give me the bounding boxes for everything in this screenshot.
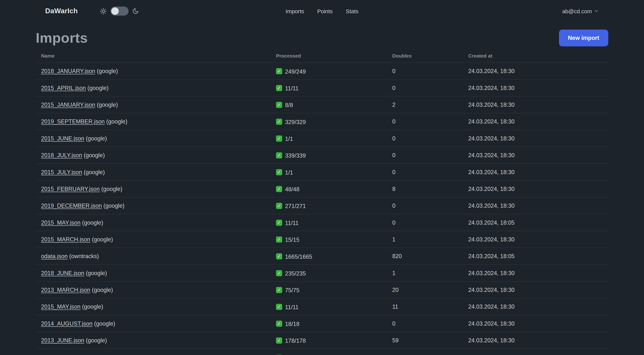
doubles-count: 59	[392, 337, 398, 344]
page-title: Imports	[36, 29, 88, 47]
table-row: 2019_DECEMBER.json (google) ✓ 271/271 0 …	[36, 197, 608, 214]
created-at-value: 24.03.2024, 18:30	[468, 68, 515, 74]
created-at-value: 24.03.2024, 18:30	[468, 303, 515, 310]
cell-processed: ✓ 1/1	[271, 164, 387, 180]
main-nav: Imports Points Stats	[286, 0, 358, 22]
import-source-label: (google)	[92, 236, 113, 243]
cell-processed: ✓ 249/249	[271, 63, 387, 79]
import-file-link[interactable]: 2015_APRIL.json	[41, 84, 86, 91]
moon-icon	[132, 8, 139, 14]
cell-name: 2018_JUNE.json (google)	[36, 265, 271, 282]
processed-count: 1/1	[285, 169, 293, 176]
import-file-link[interactable]: 2015_MAY.json	[41, 303, 80, 310]
import-source-label: (google)	[86, 337, 107, 344]
check-icon: ✓	[276, 237, 282, 243]
cell-name: 2018_JULY.json (google)	[36, 147, 271, 164]
processed-count: 48/48	[285, 186, 300, 192]
import-file-link[interactable]: 2019_SEPTEMBER.json	[41, 118, 104, 125]
check-icon: ✓	[276, 169, 282, 175]
nav-item-points[interactable]: Points	[317, 8, 332, 14]
new-import-button[interactable]: New import	[559, 29, 608, 46]
nav-item-imports[interactable]: Imports	[286, 8, 304, 14]
table-row: odata.json (owntracks) ✓ 1665/1665 820 2…	[36, 248, 608, 265]
doubles-count: 20	[392, 287, 398, 293]
cell-created-at: 24.03.2024, 18:30	[463, 63, 608, 79]
import-file-link[interactable]: 2013_MARCH.json	[41, 287, 90, 293]
cell-doubles: 2	[387, 96, 463, 113]
table-row: 2015_JANUARY.json (google) ✓ 8/8 2 24.03…	[36, 96, 608, 113]
table-row: ✓	[36, 349, 608, 355]
cell-name: 2015_JULY.json (google)	[36, 164, 271, 180]
created-at-value: 24.03.2024, 18:30	[468, 270, 515, 276]
doubles-count: 0	[392, 320, 396, 327]
cell-created-at: 24.03.2024, 18:30	[463, 147, 608, 164]
cell-doubles: 0	[387, 197, 463, 214]
created-at-value: 24.03.2024, 18:30	[468, 337, 515, 344]
import-file-link[interactable]: 2015_JUNE.json	[41, 135, 84, 142]
check-icon: ✓	[276, 203, 282, 209]
import-source-label: (google)	[101, 186, 122, 192]
cell-processed: ✓ 178/178	[271, 332, 387, 349]
cell-created-at: 24.03.2024, 18:30	[463, 79, 608, 96]
import-file-link[interactable]: 2013_JUNE.json	[41, 337, 84, 344]
import-file-link[interactable]: 2015_JANUARY.json	[41, 101, 95, 108]
import-file-link[interactable]: 2014_AUGUST.json	[41, 320, 92, 327]
import-file-link[interactable]: 2018_JUNE.json	[41, 270, 84, 276]
import-file-link[interactable]: 2015_JULY.json	[41, 169, 82, 175]
check-icon: ✓	[276, 220, 282, 226]
navbar: DaWarIch	[0, 0, 644, 22]
import-source-label: (google)	[106, 118, 127, 125]
cell-processed: ✓ 1/1	[271, 130, 387, 147]
processed-count: 271/271	[285, 203, 306, 209]
import-file-link[interactable]: odata.json	[41, 253, 68, 260]
column-header-name: Name	[36, 49, 271, 63]
cell-created-at: 24.03.2024, 18:30	[463, 113, 608, 130]
cell-name: 2019_SEPTEMBER.json (google)	[36, 113, 271, 130]
main-content: Imports New import Name Processed Double…	[0, 29, 644, 355]
processed-count: 11/11	[285, 220, 299, 226]
created-at-value: 24.03.2024, 18:30	[468, 202, 515, 209]
processed-count: 235/235	[285, 270, 306, 277]
import-file-link[interactable]: 2018_JANUARY.json	[41, 68, 95, 74]
brand[interactable]: DaWarIch	[45, 7, 78, 15]
table-row: 2015_JULY.json (google) ✓ 1/1 0 24.03.20…	[36, 164, 608, 180]
import-source-label: (google)	[82, 219, 103, 226]
import-source-label: (google)	[104, 202, 124, 209]
import-file-link[interactable]: 2015_FEBRUARY.json	[41, 186, 100, 192]
cell-created-at: 24.03.2024, 18:30	[463, 96, 608, 113]
import-source-label: (google)	[86, 135, 107, 142]
nav-item-stats[interactable]: Stats	[346, 8, 358, 14]
check-icon: ✓	[276, 270, 282, 276]
import-file-link[interactable]: 2018_JULY.json	[41, 152, 82, 158]
cell-processed: ✓ 1665/1665	[271, 248, 387, 265]
cell-name: 2015_APRIL.json (google)	[36, 79, 271, 96]
processed-count: 11/11	[285, 304, 299, 310]
cell-processed: ✓ 235/235	[271, 265, 387, 282]
cell-processed: ✓ 8/8	[271, 96, 387, 113]
created-at-value: 24.03.2024, 18:30	[468, 236, 515, 243]
cell-name: 2019_DECEMBER.json (google)	[36, 197, 271, 214]
cell-doubles: 1	[387, 265, 463, 282]
import-file-link[interactable]: 2019_DECEMBER.json	[41, 202, 102, 209]
import-file-link[interactable]: 2015_MAY.json	[41, 219, 80, 226]
processed-count: 178/178	[285, 337, 306, 344]
imports-table-body: 2018_JANUARY.json (google) ✓ 249/249 0 2…	[36, 63, 608, 355]
user-menu[interactable]: ab@cd.com	[562, 8, 599, 14]
cell-name: 2015_JUNE.json (google)	[36, 130, 271, 147]
doubles-count: 0	[392, 68, 396, 74]
cell-name	[36, 349, 271, 355]
created-at-value: 24.03.2024, 18:30	[468, 84, 515, 91]
created-at-value: 24.03.2024, 18:30	[468, 118, 515, 125]
theme-toggle[interactable]	[111, 6, 129, 15]
cell-processed: ✓ 339/339	[271, 147, 387, 164]
import-file-link[interactable]: 2015_MARCH.json	[41, 236, 90, 243]
cell-created-at: 24.03.2024, 18:05	[463, 248, 608, 265]
cell-doubles: 0	[387, 315, 463, 332]
cell-name: odata.json (owntracks)	[36, 248, 271, 265]
check-icon: ✓	[276, 338, 282, 344]
processed-count: 1665/1665	[285, 253, 312, 260]
table-row: 2015_FEBRUARY.json (google) ✓ 48/48 8 24…	[36, 180, 608, 197]
page-head: Imports New import	[36, 29, 608, 47]
created-at-value: 24.03.2024, 18:30	[468, 169, 515, 175]
processed-count: 8/8	[285, 102, 293, 108]
